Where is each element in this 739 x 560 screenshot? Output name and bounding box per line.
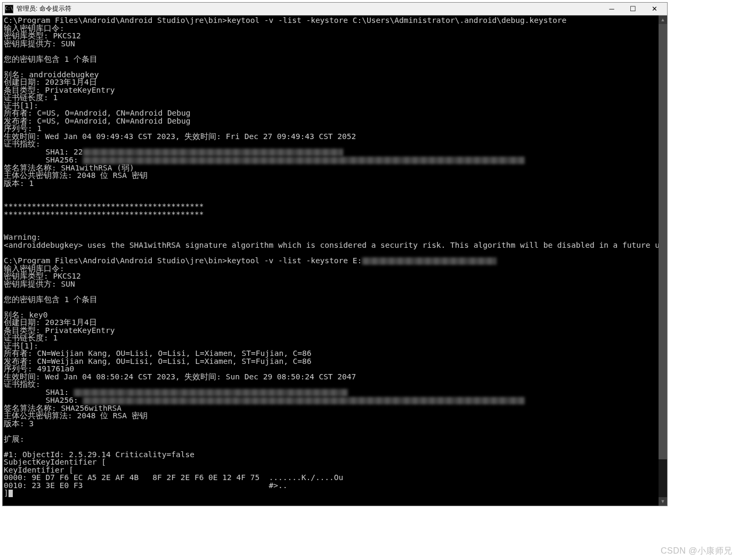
maximize-button[interactable]: ☐ [622,3,644,15]
redacted-sha1: XX:XX:XX:XX:XX:XX:XX:XX:XX:XX:XX:XX:XX:X… [83,149,343,156]
output-line: C:\Program Files\Android\Android Studio\… [4,256,362,265]
output-line: 密钥库提供方: SUN [4,39,75,48]
scroll-down-button[interactable]: ▼ [659,497,667,506]
output-line: ] [4,489,9,497]
output-line: <androiddebugkey> uses the SHA1withRSA s… [4,241,659,249]
output-line: 您的密钥库包含 1 个条目 [4,295,98,304]
output-line: SHA256: [4,396,83,404]
titlebar[interactable]: C:\ 管理员: 命令提示符 ─ ☐ ✕ [3,3,667,15]
window-title: 管理员: 命令提示符 [17,4,601,13]
redacted-sha256: XX:XX:XX:XX:XX:XX:XX:XX:XX:XX:XX:XX:XX:X… [83,157,524,164]
cursor [9,490,13,497]
output-line: 版本: 3 [4,419,34,428]
scroll-up-button[interactable]: ▲ [659,15,667,24]
output-line: SHA1: 22 [4,148,83,156]
minimize-button[interactable]: ─ [601,3,622,15]
output-line: 0010: 23 3E E0 F3 #>.. [4,481,288,490]
terminal-area: C:\Program Files\Android\Android Studio\… [3,15,667,506]
redacted-path: \path\to\keystore.jks [362,257,497,265]
scroll-track[interactable] [659,24,667,497]
window-controls: ─ ☐ ✕ [601,3,665,15]
output-line: 扩展: [4,435,25,443]
cmd-icon: C:\ [5,5,13,13]
terminal-output[interactable]: C:\Program Files\Android\Android Studio\… [3,15,659,506]
output-line: 您的密钥库包含 1 个条目 [4,55,98,63]
output-line: 生效时间: Wed Jan 04 08:50:24 CST 2023, 失效时间… [4,372,356,381]
output-line: SHA256: [4,156,83,164]
redacted-sha256: XX:XX:XX:XX:XX:XX:XX:XX:XX:XX:XX:XX:XX:X… [83,397,524,404]
output-line: ****************************************… [4,210,204,218]
console-window: C:\ 管理员: 命令提示符 ─ ☐ ✕ C:\Program Files\An… [2,2,668,506]
output-line: 版本: 1 [4,179,34,188]
close-button[interactable]: ✕ [644,3,665,15]
vertical-scrollbar[interactable]: ▲ ▼ [659,15,667,506]
redacted-sha1: XX:XX:XX:XX:XX:XX:XX:XX:XX:XX:XX:XX:XX:X… [74,389,348,396]
output-line: 密钥库提供方: SUN [4,280,75,288]
scroll-thumb[interactable] [659,24,667,459]
output-line: 生效时间: Wed Jan 04 09:49:43 CST 2023, 失效时间… [4,132,356,141]
output-line: C:\Program Files\Android\Android Studio\… [4,16,566,25]
watermark: CSDN @小康师兄 [661,546,733,557]
output-line: SHA1: [4,388,74,396]
